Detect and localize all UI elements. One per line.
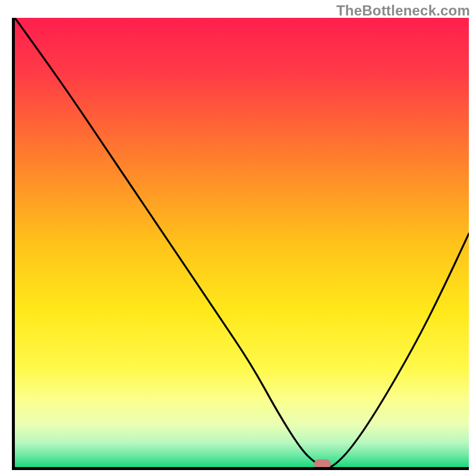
chart-container: TheBottleneck.com <box>0 0 476 476</box>
watermark-text: TheBottleneck.com <box>336 2 470 19</box>
plot-area <box>12 18 469 470</box>
curve-layer <box>15 18 469 467</box>
bottleneck-curve <box>15 18 469 467</box>
optimal-point-marker <box>314 459 331 469</box>
